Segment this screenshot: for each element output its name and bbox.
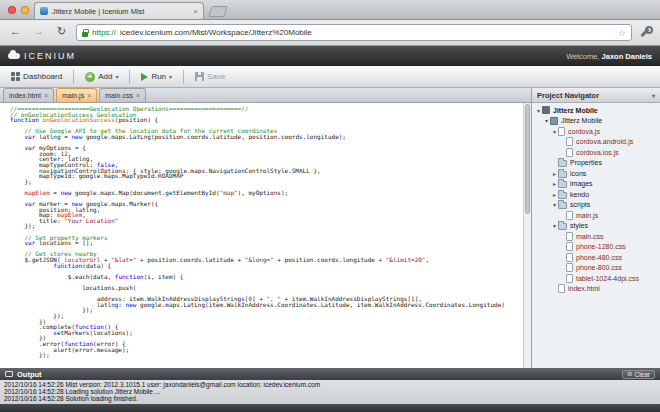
editor-tab-main.js[interactable]: main.js× (56, 88, 97, 102)
tree-item-jitterz-mobile[interactable]: ▾Jitterz Mobile (532, 105, 660, 116)
scrollbar-thumb[interactable] (525, 104, 530, 214)
output-title: Output (17, 370, 42, 379)
tree-item-scripts[interactable]: ▾scripts (532, 200, 660, 211)
user-name[interactable]: Jaxon Daniels (602, 52, 652, 61)
log-line: 2012/10/16 14:52:28 Loading solution Jit… (4, 388, 656, 395)
back-button[interactable]: ← (7, 24, 24, 41)
tree-item-label: main.js (576, 212, 598, 219)
tree-item-cordova-ios-js[interactable]: cordova.ios.js (532, 147, 660, 158)
tab-close-icon[interactable]: × (193, 7, 198, 16)
new-tab-button[interactable] (208, 6, 228, 17)
add-button[interactable]: + Add ▾ (81, 70, 122, 84)
tree-item-images[interactable]: ▸images (532, 179, 660, 190)
editor-scrollbar[interactable] (523, 103, 531, 368)
tree-item-label: cordova.android.js (576, 138, 633, 145)
tree-item-icons[interactable]: ▸icons (532, 168, 660, 179)
tree-item-styles[interactable]: ▾styles (532, 221, 660, 232)
clear-output-button[interactable]: ⊘ Clear (622, 370, 655, 379)
tree-item-label: cordova.js (568, 128, 600, 135)
url-scheme: https:// (92, 28, 116, 37)
tree-item-label: Jitterz Mobile (561, 117, 602, 124)
forward-button[interactable]: → (30, 24, 47, 41)
icenium-logo: ICENIUM (8, 51, 76, 61)
folder-icon (558, 181, 567, 188)
toolbar-separator (73, 70, 74, 84)
file-icon (558, 284, 565, 293)
file-icon (566, 274, 573, 283)
tree-item-cordova-android-js[interactable]: cordova.android.js (532, 137, 660, 148)
editor-tab-index.html[interactable]: index.html× (3, 88, 54, 102)
folder-icon (558, 223, 567, 230)
dashboard-grid-icon (11, 72, 20, 81)
tree-expand-icon[interactable]: ▾ (551, 222, 558, 229)
tree-item-main-js[interactable]: main.js (532, 210, 660, 221)
toolbar-separator (129, 70, 130, 84)
save-button[interactable]: Save (191, 70, 229, 83)
address-bar[interactable]: https://icedev.icenium.com/Mist/Workspac… (76, 24, 632, 41)
save-floppy-icon (195, 72, 204, 81)
minimize-window-button[interactable] (21, 6, 29, 14)
main-area: index.html×main.js×main.css× //=========… (0, 88, 660, 368)
tree-item-kendo[interactable]: ▸kendo (532, 189, 660, 200)
tree-item-cordova-js[interactable]: ▾cordova.js (532, 126, 660, 137)
project-icon (550, 117, 558, 125)
file-icon (566, 242, 573, 251)
tree-item-label: phone-800.css (576, 264, 622, 271)
tree-expand-icon[interactable]: ▸ (551, 170, 558, 177)
navigator-collapse-icon[interactable]: ▾ (652, 92, 655, 99)
chrome-toolbar: ← → ↻ https://icedev.icenium.com/Mist/Wo… (0, 20, 660, 46)
tree-expand-icon[interactable]: ▾ (551, 201, 558, 208)
tree-item-label: cordova.ios.js (576, 149, 619, 156)
tree-item-label: main.css (576, 233, 604, 240)
tree-item-jitterz-mobile[interactable]: ▾Jitterz Mobile (532, 116, 660, 127)
folder-icon (558, 192, 567, 199)
dashboard-button[interactable]: Dashboard (7, 70, 66, 83)
project-tree: ▾Jitterz Mobile▾Jitterz Mobile▾cordova.j… (532, 103, 660, 368)
tab-close-icon[interactable]: × (44, 92, 48, 99)
editor-tab-main.css[interactable]: main.css× (99, 88, 146, 102)
tree-item-label: phone-480.css (576, 254, 622, 261)
ssl-lock-icon (82, 32, 88, 37)
add-label: Add (98, 72, 112, 81)
tree-item-label: styles (570, 222, 588, 229)
add-plus-icon: + (85, 72, 95, 82)
tree-expand-icon[interactable]: ▾ (535, 107, 542, 114)
tree-expand-icon[interactable]: ▾ (551, 128, 558, 135)
run-dropdown-icon[interactable]: ▾ (169, 73, 172, 80)
browser-tab-title: Jitterz Mobile | Icenium Mist (52, 7, 189, 16)
welcome-text: Welcome, Jaxon Daniels (566, 52, 652, 61)
tree-item-properties[interactable]: Properties (532, 158, 660, 169)
tree-item-phone-480-css[interactable]: phone-480.css (532, 252, 660, 263)
tab-close-icon[interactable]: × (136, 92, 140, 99)
output-panel: Output ⊘ Clear 2012/10/16 14:52:26 Mist … (0, 368, 660, 412)
output-icon (5, 371, 13, 377)
bottom-status-strip (0, 404, 660, 412)
run-play-icon (141, 73, 148, 81)
tab-close-icon[interactable]: × (87, 92, 91, 99)
bookmark-star-icon[interactable]: ☆ (618, 28, 626, 38)
add-dropdown-icon[interactable]: ▾ (115, 73, 118, 80)
tree-expand-icon[interactable]: ▸ (551, 191, 558, 198)
tree-item-main-css[interactable]: main.css (532, 231, 660, 242)
browser-tab[interactable]: Jitterz Mobile | Icenium Mist × (34, 2, 204, 19)
log-line: 2012/10/16 14:52:26 Mist version: 2012.3… (4, 381, 656, 388)
close-window-button[interactable] (8, 6, 16, 14)
tree-item-tablet-1024-4dpi-css[interactable]: tablet-1024-4dpi.css (532, 273, 660, 284)
folder-icon (558, 171, 567, 178)
toolbar-separator (183, 70, 184, 84)
code-editor[interactable]: //====================Geolocation Operat… (0, 103, 531, 368)
code-area[interactable]: //====================Geolocation Operat… (0, 103, 523, 368)
tree-item-phone-800-css[interactable]: phone-800.css (532, 263, 660, 274)
reload-button[interactable]: ↻ (53, 24, 70, 41)
tree-item-label: kendo (570, 191, 589, 198)
chrome-menu-button[interactable] (638, 25, 653, 40)
tree-item-phone-1280-css[interactable]: phone-1280.css (532, 242, 660, 253)
tree-expand-icon[interactable]: ▾ (543, 117, 550, 124)
tree-item-label: phone-1280.css (576, 243, 626, 250)
tree-item-index-html[interactable]: index.html (532, 284, 660, 295)
file-icon (566, 137, 573, 146)
folder-icon (558, 202, 567, 209)
output-log[interactable]: 2012/10/16 14:52:26 Mist version: 2012.3… (0, 380, 660, 404)
tree-expand-icon[interactable]: ▸ (551, 180, 558, 187)
run-button[interactable]: Run ▾ (137, 70, 176, 83)
